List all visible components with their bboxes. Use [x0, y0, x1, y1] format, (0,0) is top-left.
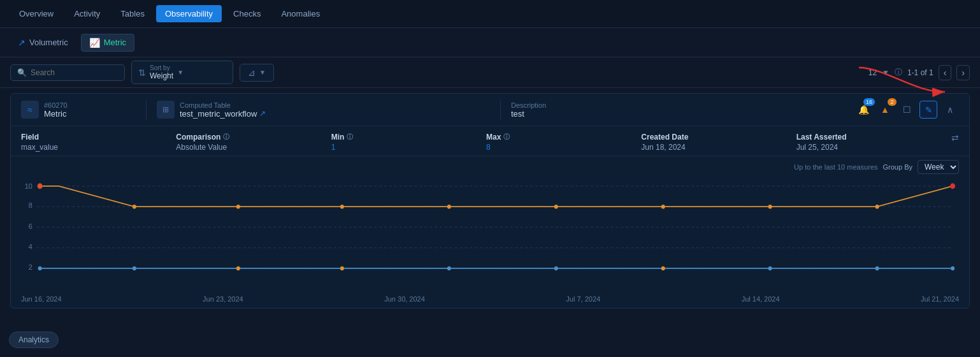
sort-by-value: Weight: [150, 71, 173, 80]
max-label: Max: [486, 133, 501, 142]
sort-icon: ⇅: [138, 68, 146, 78]
created-date-col: Created Date Jun 18, 2024: [641, 133, 796, 152]
svg-point-18: [768, 205, 772, 208]
page-size-value: 12: [868, 68, 877, 77]
svg-point-24: [340, 266, 344, 270]
filter-chevron-icon: ▼: [259, 69, 266, 76]
max-value: 8: [486, 143, 641, 152]
search-input[interactable]: [31, 68, 118, 77]
data-sort-icon[interactable]: ⇄: [951, 133, 959, 143]
comparison-info-icon[interactable]: ⓘ: [223, 133, 229, 142]
svg-point-22: [133, 266, 136, 270]
sort-chevron-icon: ▼: [177, 69, 184, 76]
metric-icon: 📈: [89, 38, 100, 48]
nav-activity[interactable]: Activity: [65, 5, 109, 22]
min-info-icon[interactable]: ⓘ: [347, 133, 353, 142]
svg-point-20: [950, 184, 955, 189]
svg-point-19: [876, 205, 879, 208]
last-asserted-label: Last Asserted: [796, 133, 847, 142]
prev-page-button[interactable]: ‹: [939, 65, 952, 80]
edit-button[interactable]: ✎: [919, 101, 937, 119]
svg-point-25: [447, 266, 451, 270]
chevron-up-icon: ∧: [947, 105, 953, 115]
field-col: Field max_value: [21, 133, 176, 152]
computed-table-icon: ⊞: [157, 101, 175, 119]
svg-point-17: [661, 205, 665, 208]
pagination-text: 1-1 of 1: [907, 68, 933, 77]
analytics-badge[interactable]: Analytics: [9, 332, 59, 348]
toolbar-right: 12 ▼ ⓘ 1-1 of 1 ‹ ›: [868, 65, 970, 80]
metric-type-icon: ≈: [21, 101, 39, 119]
svg-point-11: [38, 184, 43, 189]
sort-actions: ⇄: [951, 133, 959, 143]
svg-point-23: [236, 266, 240, 270]
description-section: Description test: [511, 101, 844, 119]
svg-text:4: 4: [29, 242, 32, 250]
bookmark-icon: ☐: [903, 105, 911, 115]
chart-svg: 10 8 6 4 2: [21, 178, 959, 288]
top-navigation: Overview Activity Tables Observability C…: [0, 0, 980, 28]
volumetric-icon: ↗: [18, 38, 25, 48]
chart-area: 10 8 6 4 2: [11, 178, 969, 293]
sort-dropdown[interactable]: ⇅ Sort by Weight ▼: [131, 61, 233, 84]
metric-header-actions: 🔔 16 ▲ 2 ☐ ✎ ∧: [854, 101, 959, 119]
svg-text:8: 8: [29, 201, 32, 209]
metric-type: Metric: [44, 109, 68, 119]
group-by-label: Group By: [883, 163, 912, 171]
nav-anomalies[interactable]: Anomalies: [272, 5, 329, 22]
metric-id: #60270: [44, 101, 68, 109]
comparison-value: Absolute Value: [176, 143, 331, 152]
created-date-value: Jun 18, 2024: [641, 143, 796, 152]
svg-point-26: [554, 266, 558, 270]
date-labels: Jun 16, 2024 Jun 23, 2024 Jun 30, 2024 J…: [11, 293, 969, 308]
svg-point-15: [447, 205, 451, 208]
min-label: Min: [331, 133, 345, 142]
svg-text:2: 2: [29, 263, 32, 271]
max-col: Max ⓘ 8: [486, 133, 641, 152]
comparison-label: Comparison: [176, 133, 220, 142]
metric-data-row: Field max_value Comparison ⓘ Absolute Va…: [11, 126, 969, 156]
nav-overview[interactable]: Overview: [10, 5, 62, 22]
edit-icon: ✎: [925, 105, 932, 115]
subnav-metric[interactable]: 📈 Metric: [81, 34, 134, 52]
svg-text:6: 6: [29, 222, 32, 229]
search-box[interactable]: 🔍: [10, 64, 125, 81]
metric-id-section: ≈ #60270 Metric: [21, 101, 136, 119]
measures-text: Up to the last 10 measures: [794, 163, 877, 171]
chart-controls: Up to the last 10 measures Group By Week: [11, 156, 969, 178]
computed-table-label: Computed Table: [180, 101, 266, 109]
svg-point-29: [876, 266, 879, 270]
svg-point-16: [554, 205, 558, 208]
svg-point-28: [768, 266, 772, 270]
date-label-4: Jul 14, 2024: [742, 295, 780, 303]
date-label-1: Jun 23, 2024: [203, 295, 243, 303]
comparison-col: Comparison ⓘ Absolute Value: [176, 133, 331, 152]
metric-card-header: ≈ #60270 Metric ⊞ Computed Table test_me…: [11, 94, 969, 126]
filter-icon: ⊿: [248, 68, 256, 78]
subnav-volumetric[interactable]: ↗ Volumetric: [10, 34, 76, 51]
bookmark-button[interactable]: ☐: [898, 101, 916, 119]
computed-table-section: ⊞ Computed Table test_metric_workflow ↗: [157, 101, 490, 119]
computed-table-link-icon[interactable]: ↗: [259, 109, 266, 118]
date-label-0: Jun 16, 2024: [21, 295, 62, 303]
max-info-icon[interactable]: ⓘ: [503, 133, 510, 142]
collapse-button[interactable]: ∧: [941, 101, 959, 119]
bell-button[interactable]: 🔔 16: [854, 101, 872, 119]
warning-icon: ▲: [881, 105, 890, 115]
description-label: Description: [511, 101, 844, 109]
computed-table-value: test_metric_workflow: [180, 109, 257, 119]
nav-tables[interactable]: Tables: [112, 5, 154, 22]
help-icon: ⓘ: [895, 67, 902, 78]
svg-point-14: [340, 205, 344, 208]
svg-point-13: [236, 205, 240, 208]
nav-observability[interactable]: Observability: [156, 5, 222, 22]
created-date-label: Created Date: [641, 133, 688, 142]
next-page-button[interactable]: ›: [956, 65, 970, 80]
filter-button[interactable]: ⊿ ▼: [240, 64, 274, 82]
group-by-select[interactable]: Week: [918, 160, 959, 174]
date-label-3: Jul 7, 2024: [566, 295, 600, 303]
subnav-volumetric-label: Volumetric: [29, 38, 68, 47]
warning-button[interactable]: ▲ 2: [876, 101, 894, 119]
nav-checks[interactable]: Checks: [224, 5, 270, 22]
svg-text:10: 10: [25, 182, 32, 190]
